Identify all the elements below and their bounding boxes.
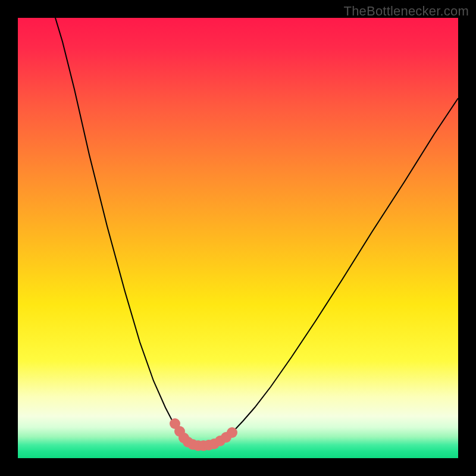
watermark-label: TheBottlenecker.com (344, 4, 469, 19)
chart-plot-area (18, 18, 458, 458)
highlight-dots-group (170, 418, 237, 451)
bottleneck-curve (54, 18, 458, 445)
chart-overlay-svg (18, 18, 458, 458)
highlight-dot (227, 427, 237, 438)
